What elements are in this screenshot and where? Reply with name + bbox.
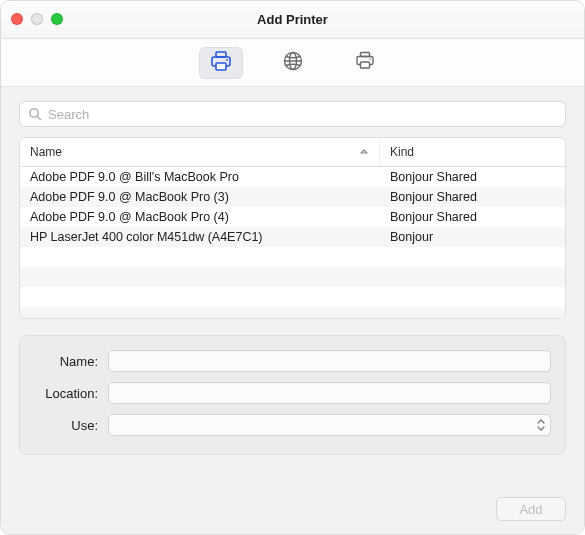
window-title: Add Printer	[257, 12, 328, 27]
cell-kind: Bonjour Shared	[380, 210, 565, 224]
add-printer-window: Add Printer	[0, 0, 585, 535]
name-label: Name:	[34, 354, 108, 369]
zoom-window-button[interactable]	[51, 13, 63, 25]
column-header-name[interactable]: Name	[20, 138, 380, 166]
printer-table: Name Kind Adobe PDF 9.0 @ Bill's MacBook…	[19, 137, 566, 319]
titlebar: Add Printer	[1, 1, 584, 39]
table-row[interactable]: Adobe PDF 9.0 @ Bill's MacBook ProBonjou…	[20, 167, 565, 187]
cell-kind: Bonjour Shared	[380, 170, 565, 184]
column-header-kind-label: Kind	[390, 145, 414, 159]
printer-icon	[209, 50, 233, 75]
use-label: Use:	[34, 418, 108, 433]
table-row[interactable]: Adobe PDF 9.0 @ MacBook Pro (4)Bonjour S…	[20, 207, 565, 227]
table-row-empty	[20, 307, 565, 318]
cell-name: Adobe PDF 9.0 @ MacBook Pro (4)	[20, 210, 380, 224]
search-input[interactable]	[48, 107, 557, 122]
globe-icon	[281, 50, 305, 75]
add-button[interactable]: Add	[496, 497, 566, 521]
svg-point-10	[369, 58, 371, 60]
tab-default[interactable]	[199, 47, 243, 79]
name-field[interactable]	[108, 350, 551, 372]
sort-ascending-icon	[359, 147, 369, 157]
form-card: Name: Location: Use:	[19, 335, 566, 455]
column-header-name-label: Name	[30, 145, 62, 159]
svg-rect-9	[360, 62, 369, 68]
table-row[interactable]: HP LaserJet 400 color M451dw (A4E7C1)Bon…	[20, 227, 565, 247]
table-header: Name Kind	[20, 138, 565, 167]
use-select[interactable]	[108, 414, 551, 436]
cell-name: HP LaserJet 400 color M451dw (A4E7C1)	[20, 230, 380, 244]
column-header-kind[interactable]: Kind	[380, 138, 565, 166]
network-printer-icon	[353, 50, 377, 75]
location-field[interactable]	[108, 382, 551, 404]
cell-kind: Bonjour	[380, 230, 565, 244]
table-row-empty	[20, 287, 565, 307]
body: Name Kind Adobe PDF 9.0 @ Bill's MacBook…	[1, 87, 584, 484]
tab-windows[interactable]	[343, 47, 387, 79]
tab-ip[interactable]	[271, 47, 315, 79]
cell-name: Adobe PDF 9.0 @ MacBook Pro (3)	[20, 190, 380, 204]
close-window-button[interactable]	[11, 13, 23, 25]
svg-rect-2	[216, 63, 226, 70]
table-row[interactable]: Adobe PDF 9.0 @ MacBook Pro (3)Bonjour S…	[20, 187, 565, 207]
cell-name: Adobe PDF 9.0 @ Bill's MacBook Pro	[20, 170, 380, 184]
search-field[interactable]	[19, 101, 566, 127]
toolbar	[1, 39, 584, 87]
table-row-empty	[20, 267, 565, 287]
svg-point-3	[226, 59, 228, 61]
svg-line-12	[37, 116, 40, 119]
location-label: Location:	[34, 386, 108, 401]
table-row-empty	[20, 247, 565, 267]
cell-kind: Bonjour Shared	[380, 190, 565, 204]
search-icon	[28, 107, 42, 121]
table-body: Adobe PDF 9.0 @ Bill's MacBook ProBonjou…	[20, 167, 565, 318]
traffic-lights	[11, 13, 63, 25]
footer: Add	[1, 484, 584, 534]
minimize-window-button[interactable]	[31, 13, 43, 25]
